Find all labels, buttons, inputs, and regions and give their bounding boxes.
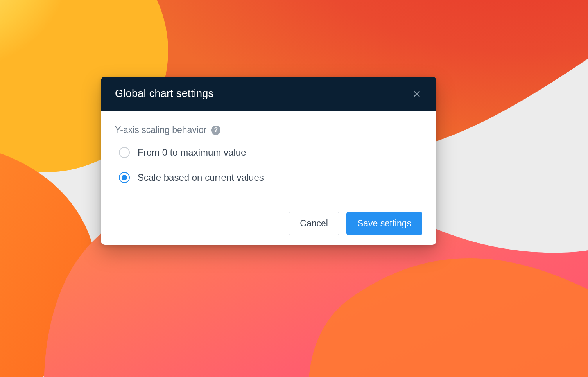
radio-indicator [119,147,130,158]
modal-title: Global chart settings [115,88,213,100]
modal-header: Global chart settings [101,77,436,111]
section-label-row: Y-axis scaling behavior ? [115,125,422,135]
modal-body: Y-axis scaling behavior ? From 0 to maxi… [101,111,436,202]
radio-option-scale-current[interactable]: Scale based on current values [119,172,422,183]
save-settings-button[interactable]: Save settings [346,212,422,235]
radio-dot-selected [122,175,127,180]
close-icon [412,90,421,98]
y-axis-scaling-radio-group: From 0 to maximum value Scale based on c… [115,147,422,183]
radio-option-from-zero[interactable]: From 0 to maximum value [119,147,422,158]
global-chart-settings-modal: Global chart settings Y-axis scaling beh… [101,77,436,245]
radio-label: Scale based on current values [138,172,264,183]
section-label-text: Y-axis scaling behavior [115,125,206,135]
radio-label: From 0 to maximum value [138,147,246,158]
cancel-button[interactable]: Cancel [289,212,339,235]
modal-footer: Cancel Save settings [101,202,436,245]
help-icon[interactable]: ? [211,126,220,135]
radio-indicator [119,172,130,183]
close-button[interactable] [411,88,422,99]
